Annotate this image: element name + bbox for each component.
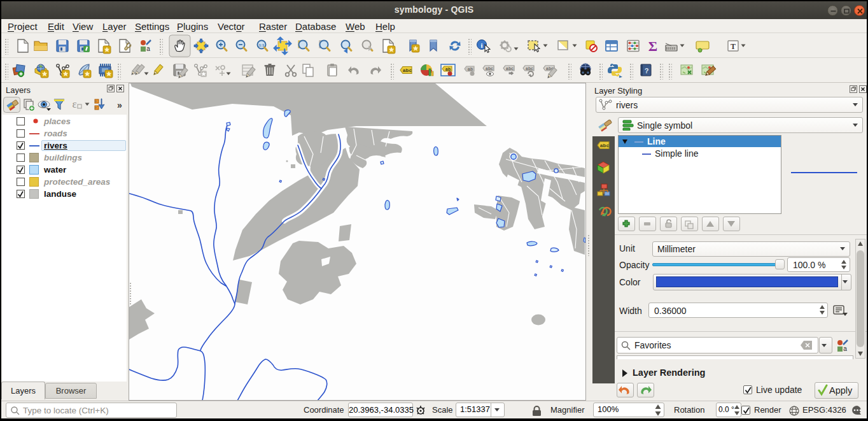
- svg-text:abc: abc: [600, 143, 610, 148]
- svg-text:a: a: [843, 345, 847, 352]
